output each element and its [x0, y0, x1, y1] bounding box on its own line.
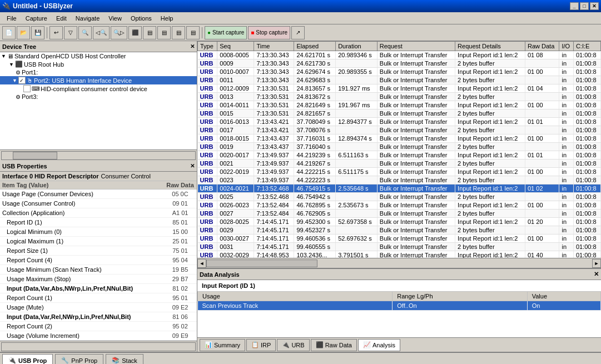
col2-button[interactable]: ▤: [157, 26, 171, 39]
table-row[interactable]: URB0022-00197:13:49.93744.222215 s6.5111…: [198, 168, 601, 176]
table-cell: 2 bytes buffer: [455, 126, 525, 134]
menu-capture[interactable]: Capture: [21, 14, 52, 23]
col-details[interactable]: Request Details: [455, 42, 525, 51]
tree-node-port3[interactable]: ⚙ Port3:: [0, 93, 197, 101]
col-request[interactable]: Request: [377, 42, 455, 51]
minimize-button[interactable]: _: [570, 2, 579, 10]
da-close[interactable]: ✕: [594, 271, 599, 278]
col-type[interactable]: Type: [198, 42, 217, 51]
menu-help[interactable]: Help: [156, 14, 178, 23]
col-cie[interactable]: C:I:E: [573, 42, 600, 51]
table-row[interactable]: URB0026-00237:13:52.48446.762895 s2.5356…: [198, 201, 601, 210]
open-button[interactable]: 📂: [17, 26, 30, 39]
table-row[interactable]: URB0030-00277:14:45.17199.460536 s52.697…: [198, 235, 601, 243]
tab-analysis[interactable]: 📈 Analysis: [358, 339, 400, 351]
table-row[interactable]: URB0010-00077:13:30.34324.629674 s20.989…: [198, 68, 601, 76]
col-time[interactable]: Time: [254, 42, 294, 51]
table-row[interactable]: URB0012-00097:13:30.53124.813657 s191.92…: [198, 84, 601, 93]
table-row[interactable]: URB00117:13:30.34324.629683 sBulk or Int…: [198, 76, 601, 84]
da-content[interactable]: Input Report (ID 1) Usage Range Lg/Ph Va…: [197, 280, 601, 337]
col-elapsed[interactable]: Elapsed: [294, 42, 336, 51]
table-row[interactable]: URB0024-00217:13:52.46846.754915 s2.5356…: [198, 185, 601, 193]
col-duration[interactable]: Duration: [336, 42, 378, 51]
table-cell: in: [559, 201, 573, 210]
table-row[interactable]: URB0018-00157:13:43.43737.716031 s12.894…: [198, 134, 601, 143]
tab-irp[interactable]: 📋 IRP: [246, 339, 276, 351]
tab-stack[interactable]: 📚 Stack: [106, 354, 143, 364]
table-row[interactable]: URB0014-00117:13:30.53124.821649 s191.96…: [198, 101, 601, 109]
table-row[interactable]: URB00277:13:52.48446.762905 sBulk or Int…: [198, 210, 601, 218]
tree-node-port2[interactable]: ▼ ✓ 🖱 Port2: USB Human Interface Device: [0, 76, 197, 84]
tab-usb-prop[interactable]: 🔌 USB Prop: [2, 354, 53, 364]
col4-button[interactable]: ▤: [186, 26, 200, 39]
hscroll-thumb[interactable]: [206, 260, 317, 267]
table-row[interactable]: URB00177:13:43.42137.708076 sBulk or Int…: [198, 126, 601, 134]
table-row[interactable]: URB0008-00057:13:30.34324.621701 s20.989…: [198, 51, 601, 59]
search-prev-button[interactable]: ◁🔍: [93, 26, 110, 39]
new-button[interactable]: 📄: [2, 26, 16, 39]
da-row-scan-prev[interactable]: Scan Previous Track Off..On On: [198, 301, 601, 311]
menu-edit[interactable]: Edit: [52, 14, 71, 23]
filter-button[interactable]: ▽: [64, 26, 77, 39]
da-table-body: Scan Previous Track Off..On On: [198, 301, 601, 311]
device-tree-scrollbar[interactable]: [0, 149, 197, 161]
device-tree-hscroll[interactable]: [1, 151, 196, 160]
maximize-button[interactable]: □: [580, 2, 589, 10]
tree-node-hid[interactable]: ⌨ HID-compliant consumer control device: [0, 84, 197, 93]
da-col-value[interactable]: Value: [527, 292, 600, 301]
tree-node-hub[interactable]: ▼ ⬛ USB Root Hub: [0, 60, 197, 68]
col1-button[interactable]: ▤: [143, 26, 156, 39]
tab-pnp-prop[interactable]: 🔧 PnP Prop: [55, 354, 103, 364]
stop-capture-button[interactable]: ■ Stop capture: [248, 26, 290, 39]
table-row[interactable]: URB0016-00137:13:43.42137.708049 s12.894…: [198, 118, 601, 126]
menu-options[interactable]: Options: [126, 14, 156, 23]
col3-button[interactable]: ▤: [172, 26, 185, 39]
search-button[interactable]: 🔍: [78, 26, 92, 39]
table-row[interactable]: URB00237:13:49.93744.222223 sBulk or Int…: [198, 176, 601, 185]
menu-navigate[interactable]: Navigate: [71, 14, 104, 23]
export-button[interactable]: ↗: [291, 26, 305, 39]
table-hscroll[interactable]: ◄ ►: [197, 258, 601, 268]
table-row[interactable]: URB0032-00297:14:48.953103.2436...3.7915…: [198, 251, 601, 258]
device-tree-close[interactable]: ✕: [190, 43, 195, 49]
search-next-button[interactable]: 🔍▷: [111, 26, 127, 39]
hscroll-right-arrow[interactable]: ►: [592, 259, 601, 268]
device-tree-content[interactable]: ▼ 🖥 Standard OpenHCD USB Host Controller…: [0, 52, 197, 149]
table-row[interactable]: URB00257:13:52.46846.754942 sBulk or Int…: [198, 193, 601, 201]
hscroll-track[interactable]: [206, 259, 592, 268]
copy-button[interactable]: ⬛: [128, 26, 142, 39]
col-io[interactable]: I/O: [559, 42, 573, 51]
start-capture-button[interactable]: ● Start capture: [205, 26, 247, 39]
table-row[interactable]: URB00297:14:45.17199.452327 sBulk or Int…: [198, 226, 601, 235]
data-table[interactable]: Type Seq Time Elapsed Duration Request R…: [197, 41, 601, 258]
table-row[interactable]: URB00157:13:30.53124.821657 sBulk or Int…: [198, 109, 601, 118]
table-row[interactable]: URB0028-00257:14:45.17199.452300 s52.697…: [198, 218, 601, 226]
undo-button[interactable]: ↩: [49, 26, 63, 39]
hscroll-left-arrow[interactable]: ◄: [197, 259, 206, 268]
col-seq[interactable]: Seq: [217, 42, 254, 51]
usb-props-hscroll[interactable]: [1, 342, 196, 351]
device-tree-hscroll-thumb[interactable]: [13, 152, 57, 159]
tab-urb[interactable]: 🔌 URB: [277, 339, 309, 351]
usb-props-scrollbar[interactable]: [0, 341, 197, 352]
tab-raw-data[interactable]: ⬛ Raw Data: [311, 339, 357, 351]
tree-node-host[interactable]: ▼ 🖥 Standard OpenHCD USB Host Controller: [0, 52, 197, 60]
tree-node-port1[interactable]: ⚙ Port1:: [0, 68, 197, 76]
menu-view[interactable]: View: [104, 14, 126, 23]
usb-props-close[interactable]: ✕: [190, 163, 195, 169]
table-row[interactable]: URB00217:13:49.93744.219267 sBulk or Int…: [198, 159, 601, 168]
table-row[interactable]: URB00317:14:45.17199.460555 sBulk or Int…: [198, 243, 601, 251]
tab-summary[interactable]: 📊 Summary: [200, 339, 245, 351]
table-row[interactable]: URB00137:13:30.53124.813672 sBulk or Int…: [198, 93, 601, 101]
table-row[interactable]: URB00197:13:43.43737.716040 sBulk or Int…: [198, 143, 601, 151]
save-button[interactable]: 💾: [31, 26, 44, 39]
table-row[interactable]: URB00097:13:30.34324.621730 sBulk or Int…: [198, 59, 601, 68]
da-col-usage[interactable]: Usage: [198, 292, 393, 301]
table-cell: Input Report id:1 len:2: [455, 168, 525, 176]
col-raw[interactable]: Raw Data: [525, 42, 559, 51]
usb-props-table[interactable]: Usage Page (Consumer Devices)05 0C Usage…: [0, 190, 197, 341]
menu-file[interactable]: File: [2, 14, 21, 23]
table-row[interactable]: URB0020-00177:13:49.93744.219239 s6.5111…: [198, 151, 601, 159]
da-col-range[interactable]: Range Lg/Ph: [393, 292, 527, 301]
close-button[interactable]: ✕: [590, 2, 599, 10]
